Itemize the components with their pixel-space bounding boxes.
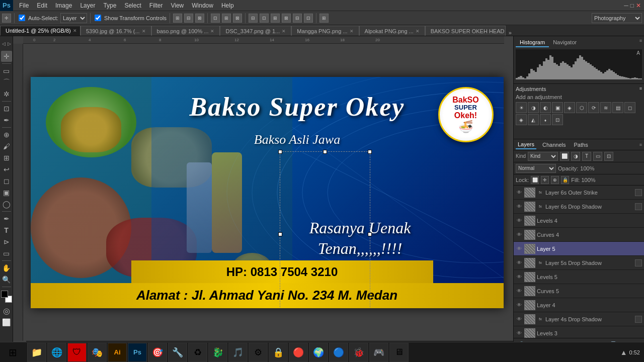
minimize-btn[interactable]: ─ (624, 2, 628, 9)
layer-row-1[interactable]: 👁fxLayer 6s Drop Shadow (514, 200, 644, 214)
layer-row-10[interactable]: 👁Levels 3 (514, 326, 644, 338)
handle-tm[interactable] (323, 150, 327, 154)
tab-untitled-close[interactable]: ✕ (73, 28, 77, 33)
taskbar-browser[interactable]: 🌍 (309, 343, 328, 362)
layer-row-0[interactable]: 👁fxLayer 6s Outer Strike (514, 186, 644, 200)
filter-kind-select[interactable]: Kind (528, 152, 558, 161)
adj-photofilt[interactable]: ▤ (612, 102, 623, 113)
menu-view[interactable]: View (167, 1, 188, 10)
tab-5390[interactable]: 5390.jpg @ 16.7% (... ✕ (80, 26, 151, 36)
distribute-2-icon[interactable]: ⊡ (260, 14, 269, 23)
adj-levels[interactable]: ◑ (528, 102, 539, 113)
layer-eye-6[interactable]: 👁 (516, 274, 523, 281)
align-right-icon[interactable]: ⊠ (195, 14, 204, 23)
filter-smart-icon[interactable]: ⊡ (604, 152, 613, 161)
align-bottom-icon[interactable]: ⊠ (233, 14, 242, 23)
adj-exposure[interactable]: ▣ (552, 102, 563, 113)
align-middle-icon[interactable]: ⊞ (222, 14, 231, 23)
filter-adjust-icon[interactable]: ◑ (571, 152, 580, 161)
layer-eye-10[interactable]: 👁 (516, 330, 523, 337)
distribute-1-icon[interactable]: ⊟ (249, 14, 258, 23)
move-tool[interactable]: ✛ (1, 51, 12, 62)
taskbar-recycle[interactable]: ♻ (188, 343, 207, 362)
filter-type-icon[interactable]: T (582, 152, 591, 161)
shape-tool[interactable]: ▭ (1, 248, 12, 259)
menu-image[interactable]: Image (51, 1, 76, 10)
taskbar-app3[interactable]: 🔧 (168, 343, 187, 362)
maximize-btn[interactable]: □ (630, 2, 634, 9)
taskbar-app2[interactable]: 🎯 (148, 343, 167, 362)
auto-select-checkbox[interactable] (19, 15, 25, 21)
stamp-tool[interactable]: ⊞ (1, 152, 12, 163)
layers-collapse-btn[interactable]: ≡ (639, 142, 642, 147)
show-transform-checkbox[interactable] (95, 15, 101, 21)
layer-row-9[interactable]: 👁fxLayer 4s Drop Shadow (514, 312, 644, 326)
lock-all-icon[interactable]: ⊕ (551, 176, 559, 184)
tab-baso[interactable]: baso.png @ 100% ... ✕ (151, 26, 220, 36)
distribute-4-icon[interactable]: ⊠ (282, 14, 291, 23)
taskbar-ie[interactable]: 🌐 (47, 343, 66, 362)
tab-alpokat-close[interactable]: ✕ (416, 29, 420, 34)
histogram-collapse[interactable]: ≡ (639, 38, 642, 47)
menu-window[interactable]: Window (188, 1, 217, 10)
path-select-tool[interactable]: ⊳ (1, 236, 12, 247)
layer-row-4[interactable]: 👁Layer 5 (514, 242, 644, 256)
blend-mode-select[interactable]: Normal (516, 164, 556, 173)
taskbar-monitor[interactable]: 🖥 (389, 343, 409, 362)
lasso-tool[interactable]: ⌒ (1, 77, 12, 88)
distribute-3-icon[interactable]: ⊞ (271, 14, 280, 23)
layer-row-5[interactable]: 👁fxLayer 5s Drop Shadow (514, 256, 644, 270)
tab-dsc-close[interactable]: ✕ (282, 29, 286, 34)
quick-mask-btn[interactable]: ◎ (1, 305, 12, 316)
menu-help[interactable]: Help (217, 1, 238, 10)
adj-gradient[interactable]: ⊡ (552, 114, 563, 125)
handle-tl[interactable] (278, 150, 282, 154)
filter-shape-icon[interactable]: ▭ (593, 152, 602, 161)
text-tool[interactable]: T (1, 225, 12, 236)
menu-layer[interactable]: Layer (76, 1, 99, 10)
expand-right-btn[interactable]: ▷ (7, 38, 12, 49)
layer-row-6[interactable]: 👁Levels 5 (514, 270, 644, 284)
brush-tool[interactable]: 🖌 (1, 141, 12, 152)
color-swatches[interactable] (1, 291, 12, 303)
taskbar-app5[interactable]: 🔴 (289, 343, 308, 362)
expand-left-btn[interactable]: ◁ (1, 38, 6, 49)
tab-mangga-close[interactable]: ✕ (350, 29, 354, 34)
lock-position-icon[interactable]: ✛ (541, 176, 549, 184)
pen-tool[interactable]: ✒ (1, 213, 12, 224)
layer-eye-8[interactable]: 👁 (516, 302, 523, 309)
taskbar-files[interactable]: 📁 (27, 343, 46, 362)
adj-curves[interactable]: ◐ (540, 102, 551, 113)
distribute-5-icon[interactable]: ⊟ (293, 14, 302, 23)
dodge-tool[interactable]: ◯ (1, 199, 12, 210)
adj-vibrance[interactable]: ◈ (564, 102, 575, 113)
tab-mangga[interactable]: Mangga PNG.png ... ✕ (291, 26, 359, 36)
adj-bw[interactable]: ≋ (600, 102, 611, 113)
hand-tool[interactable]: ✋ (1, 262, 12, 274)
layer-eye-2[interactable]: 👁 (516, 217, 523, 224)
workspace-dropdown[interactable]: Photography (592, 13, 642, 23)
close-btn[interactable]: ✕ (636, 2, 641, 9)
align-left-icon[interactable]: ⊞ (173, 14, 182, 23)
start-button[interactable]: ⊞ (0, 342, 25, 363)
gradient-tool[interactable]: ▣ (1, 187, 12, 198)
layer-eye-7[interactable]: 👁 (516, 288, 523, 295)
lock-lock-icon[interactable]: 🔒 (561, 176, 569, 184)
menu-filter[interactable]: Filter (145, 1, 167, 10)
adj-threshold[interactable]: ⬧ (540, 114, 551, 125)
taskbar-debug[interactable]: 🐞 (349, 343, 368, 362)
screen-mode-btn[interactable]: ⬜ (1, 317, 12, 328)
crop-tool[interactable]: ⊡ (1, 103, 12, 114)
taskbar-lock[interactable]: 🔒 (269, 343, 288, 362)
menu-select[interactable]: Select (120, 1, 145, 10)
handle-ml[interactable] (278, 232, 282, 236)
tab-navigator[interactable]: Navigator (549, 38, 581, 47)
magic-wand-tool[interactable]: ✲ (1, 88, 12, 100)
tab-5390-close[interactable]: ✕ (142, 29, 146, 34)
arrange-icon[interactable]: ⊞ (319, 14, 329, 23)
tab-channels[interactable]: Channels (540, 141, 568, 149)
layer-eye-3[interactable]: 👁 (516, 231, 523, 238)
taskbar-app1[interactable]: 🎭 (88, 343, 107, 362)
adj-channel[interactable]: ◻ (624, 102, 635, 113)
history-tool[interactable]: ↩ (1, 164, 12, 175)
